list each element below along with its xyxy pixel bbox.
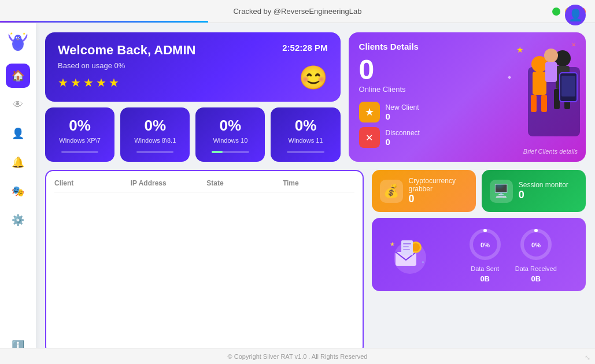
stat-windows-8: 0% Windows 8\8.1 — [120, 107, 190, 162]
col-ip: IP Address — [131, 179, 202, 187]
col-client: Client — [54, 179, 126, 187]
clients-title: Clients Details — [359, 42, 575, 51]
session-count: 0 — [519, 189, 568, 201]
stat-11-label: Windows 11 — [289, 137, 323, 144]
col-state: State — [206, 179, 278, 187]
crypto-card[interactable]: 💰 Cryptocurrency grabber 0 — [372, 170, 476, 212]
data-received-wrap: 0% Data Received 0B — [515, 226, 557, 283]
received-donut: 0% — [518, 226, 555, 263]
new-client-label: New Client — [386, 103, 419, 112]
sidebar-item-home[interactable]: 🏠 — [6, 64, 30, 88]
session-label: Session monitor — [519, 181, 568, 189]
brief-clients-label: Brief Clients details — [523, 148, 578, 155]
data-sent-wrap: 0% Data Sent 0B — [467, 226, 504, 283]
welcome-card: 2:52:28 PM Welcome Back, ADMIN Based on … — [45, 32, 341, 102]
received-value: 0B — [531, 274, 541, 283]
disconnect-label: Disconnect — [386, 129, 420, 137]
table-header: Client IP Address State Time — [54, 179, 354, 192]
welcome-emoji: 😊 — [299, 64, 328, 91]
resize-icon: ⤡ — [585, 354, 590, 362]
sidebar-item-bell[interactable]: 🔔 — [6, 150, 30, 174]
new-client-count: 0 — [386, 112, 419, 121]
stat-8-bar — [136, 151, 173, 153]
sidebar-item-gear[interactable]: ⚙️ — [6, 208, 30, 232]
right-cards: 💰 Cryptocurrency grabber 0 🖥️ Session mo… — [372, 170, 586, 355]
sent-donut: 0% — [467, 226, 504, 263]
stat-10-fill — [212, 151, 223, 153]
mini-cards-row: 💰 Cryptocurrency grabber 0 🖥️ Session mo… — [372, 170, 586, 212]
received-label: Data Received — [515, 265, 557, 272]
bell-icon: 🔔 — [12, 156, 24, 169]
session-icon: 🖥️ — [490, 180, 513, 203]
title-text: Cracked by @ReverseEngineeringLab — [233, 7, 361, 16]
session-card[interactable]: 🖥️ Session monitor 0 — [482, 170, 586, 212]
middle-row: Client IP Address State Time 💰 — [45, 170, 586, 355]
svg-text:★: ★ — [23, 32, 25, 35]
stat-10-percent: 0% — [220, 117, 242, 135]
eye-icon: 👁 — [13, 99, 23, 111]
stat-11-bar — [287, 151, 324, 153]
clients-card: Clients Details — [349, 32, 586, 162]
table-body — [54, 196, 354, 346]
top-row: 2:52:28 PM Welcome Back, ADMIN Based on … — [45, 32, 586, 162]
stat-8-percent: 0% — [144, 117, 166, 135]
sidebar-item-mask[interactable]: 🎭 — [6, 179, 30, 203]
svg-text:0%: 0% — [531, 242, 541, 248]
home-icon: 🏠 — [12, 69, 24, 82]
data-illustration: ★ ● — [381, 235, 439, 275]
svg-text:★: ★ — [390, 241, 395, 247]
stat-windows-10: 0% Windows 10 — [195, 107, 265, 162]
sidebar-item-monitor[interactable]: 👁 — [6, 92, 30, 117]
stat-windows-11: 0% Windows 11 — [271, 107, 340, 162]
title-bar: Cracked by @ReverseEngineeringLab — [0, 0, 595, 23]
title-progress-bar — [0, 21, 208, 23]
sent-value: 0B — [480, 274, 490, 283]
app-container: ★ ★ 🏠 👁 👤 🔔 🎭 ⚙️ ℹ️ — [0, 23, 595, 364]
main-content: 2:52:28 PM Welcome Back, ADMIN Based on … — [36, 23, 595, 364]
sidebar-item-user[interactable]: 👤 — [6, 121, 30, 146]
stat-windows-xp: 0% Windows XP\7 — [45, 107, 114, 162]
app-logo: ★ ★ — [5, 29, 31, 54]
stats-row: 0% Windows XP\7 0% Windows 8\8.1 — [45, 107, 341, 162]
svg-point-5 — [17, 37, 17, 38]
col-time: Time — [283, 179, 354, 187]
gear-icon: ⚙️ — [12, 214, 24, 226]
crypto-count: 0 — [409, 193, 468, 205]
data-circles: 0% Data Sent 0B 0% Data Received — [447, 226, 576, 283]
svg-text:●: ● — [422, 259, 424, 265]
stat-10-label: Windows 10 — [213, 137, 247, 144]
footer-text: © Copyright Silver RAT v1.0 . All Rights… — [228, 353, 368, 360]
sent-label: Data Sent — [471, 265, 499, 272]
online-count: 0 — [359, 56, 575, 84]
mask-icon: 🎭 — [12, 185, 24, 198]
svg-text:★: ★ — [10, 32, 13, 35]
disconnect-count: 0 — [386, 137, 420, 147]
stat-xp-percent: 0% — [69, 117, 91, 135]
user-icon: 👤 — [12, 127, 24, 140]
disconnect-icon: ✕ — [359, 127, 380, 148]
stat-10-bar — [212, 151, 249, 153]
svg-rect-34 — [403, 249, 410, 250]
data-transfer-card: ★ ● — [372, 218, 586, 291]
new-client-badge: ★ New Client 0 — [359, 102, 575, 122]
svg-point-2 — [14, 35, 21, 42]
minimize-button[interactable] — [552, 8, 560, 16]
welcome-subtitle: Based on usage 0% — [58, 61, 328, 70]
user-avatar[interactable]: 👤 — [565, 5, 586, 25]
rating-stars: ★ ★ ★ ★ ★ — [58, 76, 328, 90]
stat-8-label: Windows 8\8.1 — [134, 137, 176, 144]
svg-rect-31 — [401, 240, 413, 255]
user-icon: 👤 — [568, 8, 583, 22]
new-client-icon: ★ — [359, 102, 380, 122]
svg-rect-33 — [403, 246, 409, 247]
svg-rect-32 — [403, 243, 411, 244]
sidebar: ★ ★ 🏠 👁 👤 🔔 🎭 ⚙️ ℹ️ — [0, 23, 36, 364]
disconnect-badge: ✕ Disconnect 0 — [359, 127, 575, 148]
client-table-card: Client IP Address State Time — [45, 170, 364, 355]
stat-xp-bar — [61, 151, 98, 153]
crypto-label: Cryptocurrency grabber — [409, 177, 468, 193]
svg-text:0%: 0% — [481, 242, 490, 248]
svg-point-28 — [412, 243, 420, 251]
crypto-icon: 💰 — [380, 180, 403, 203]
stat-11-percent: 0% — [295, 117, 317, 135]
